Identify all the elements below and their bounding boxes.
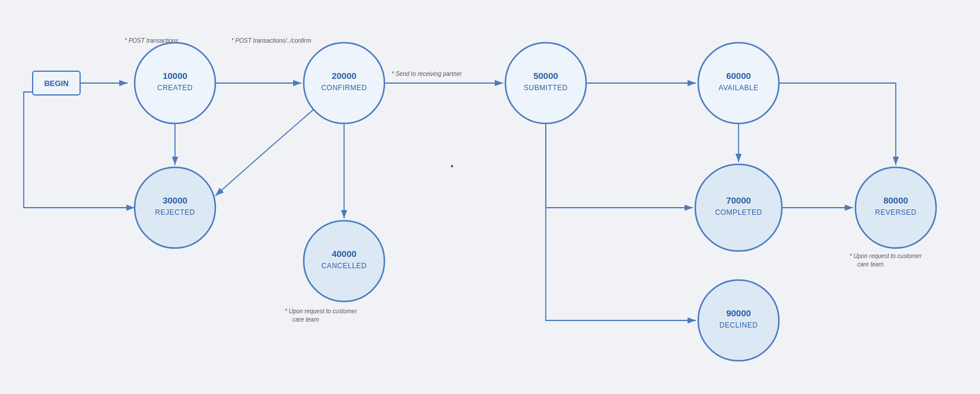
label-num-60000: 60000 xyxy=(726,71,751,81)
node-30000 xyxy=(135,167,215,248)
node-20000 xyxy=(304,43,384,123)
arrow-60000-80000 xyxy=(779,83,896,165)
center-dot xyxy=(451,165,453,167)
node-10000 xyxy=(135,43,215,123)
annotation-20000: * POST transactions/../confirm xyxy=(231,37,311,44)
label-num-80000: 80000 xyxy=(883,195,908,205)
label-num-70000: 70000 xyxy=(726,195,751,205)
node-70000 xyxy=(695,164,782,251)
label-num-50000: 50000 xyxy=(533,71,558,81)
node-60000 xyxy=(698,43,779,123)
annotation-40000-1: * Upon request to customer xyxy=(285,308,357,314)
label-text-90000: DECLINED xyxy=(720,321,758,329)
label-text-70000: COMPLETED xyxy=(715,208,762,217)
label-text-50000: SUBMITTED xyxy=(524,84,568,92)
label-text-80000: REVERSED xyxy=(875,208,917,217)
arrow-50000-90000 xyxy=(546,123,696,320)
annotation-80000-1: * Upon request to customer xyxy=(849,253,922,259)
node-80000 xyxy=(855,167,936,248)
begin-label: BEGIN xyxy=(44,79,68,88)
label-num-20000: 20000 xyxy=(332,71,357,81)
label-text-30000: REJECTED xyxy=(155,208,195,217)
arrow-50000-70000 xyxy=(546,123,693,208)
node-90000 xyxy=(698,280,779,361)
arrow-20000-30000 xyxy=(215,110,313,196)
label-num-90000: 90000 xyxy=(726,308,751,318)
label-num-10000: 10000 xyxy=(163,71,187,81)
state-diagram: BEGIN 10000 CREATED * POST transactions … xyxy=(0,0,980,394)
label-text-60000: AVAILABLE xyxy=(718,84,758,92)
diagram-container: BEGIN 10000 CREATED * POST transactions … xyxy=(0,0,980,394)
annotation-send: * Send to receiving partner xyxy=(392,71,462,77)
label-num-30000: 30000 xyxy=(163,195,187,205)
label-text-10000: CREATED xyxy=(157,84,193,92)
annotation-80000-2: care team xyxy=(857,261,883,268)
label-num-40000: 40000 xyxy=(332,249,357,259)
node-50000 xyxy=(505,43,586,123)
annotation-40000-2: care team xyxy=(292,316,319,323)
node-40000 xyxy=(304,221,384,301)
label-text-40000: CANCELLED xyxy=(322,262,367,270)
label-text-20000: CONFIRMED xyxy=(321,84,367,92)
annotation-10000: * POST transactions xyxy=(125,37,179,44)
arrow-begin-30000 xyxy=(24,92,135,208)
